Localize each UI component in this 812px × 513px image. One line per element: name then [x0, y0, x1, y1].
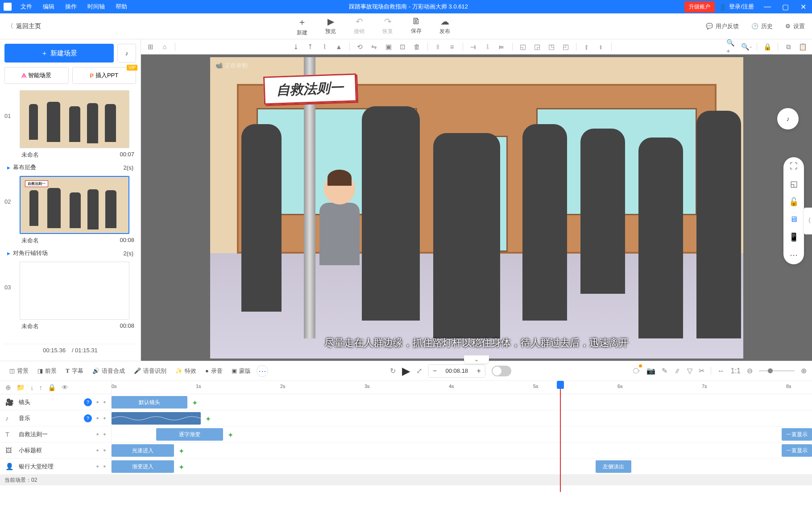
track-lane[interactable]: 逐字渐变✦一直显示: [112, 426, 812, 442]
align-up-icon[interactable]: ▲: [333, 41, 345, 53]
toolbar-预览[interactable]: ▶预览: [325, 16, 336, 37]
autoplay-toggle[interactable]: [492, 366, 511, 376]
menu-help[interactable]: 帮助: [110, 3, 133, 11]
group-icon[interactable]: ⊡: [397, 41, 409, 53]
align-bottom-icon[interactable]: ⤓: [290, 41, 302, 53]
fullscreen-icon[interactable]: ⛶: [790, 162, 798, 171]
forward-icon[interactable]: ◳: [546, 41, 557, 53]
more-icon[interactable]: ⋯: [790, 250, 798, 260]
maximize-button[interactable]: ▢: [776, 3, 794, 11]
expand-right-handle[interactable]: 〈: [804, 208, 812, 234]
flip-icon[interactable]: ⇋: [369, 41, 380, 53]
new-scene-button[interactable]: ＋ 新建场景: [4, 44, 114, 63]
track-dot[interactable]: •: [96, 446, 99, 455]
align-right-icon[interactable]: ⫢: [496, 41, 508, 53]
toolbar-保存[interactable]: 🗎保存: [411, 16, 422, 37]
login-button[interactable]: 👤 登录/注册: [715, 3, 758, 11]
track-dot[interactable]: •: [96, 430, 99, 438]
filter-icon[interactable]: ▽: [687, 367, 692, 375]
send-back-icon[interactable]: ◲: [531, 41, 543, 53]
toolbar-新建[interactable]: ＋新建: [297, 16, 307, 37]
timeline-more-button[interactable]: ⋯: [257, 365, 268, 377]
right-link-用户反馈[interactable]: 💬用户反馈: [706, 22, 739, 30]
marker-icon[interactable]: ⧂: [633, 367, 640, 375]
spacing2-icon[interactable]: ⫾: [595, 41, 607, 53]
canvas-stage[interactable]: 自救法则一 尽量走在人群边缘，抓住路灯杆以稳住身体，待人群过去后，迅速离开 📹 …: [210, 57, 743, 359]
folder-icon[interactable]: 📁: [17, 384, 25, 392]
add-keyframe-button[interactable]: ✦: [228, 431, 233, 439]
add-keyframe-button[interactable]: ✦: [178, 463, 184, 471]
collapse-timeline-handle[interactable]: ⌄: [464, 355, 489, 363]
play-button[interactable]: ▶: [402, 365, 410, 377]
down-icon[interactable]: ↓: [30, 384, 34, 391]
back-home-button[interactable]: 〈 返回主页: [7, 22, 41, 30]
fit-width-icon[interactable]: ↔: [717, 367, 725, 375]
expand-icon[interactable]: ⤢: [416, 367, 422, 375]
align-left-icon[interactable]: ⫣: [468, 41, 479, 53]
paste-icon[interactable]: 📋: [797, 41, 808, 53]
track-dot[interactable]: •: [103, 398, 106, 406]
zoom-out-tl-icon[interactable]: ⊖: [747, 367, 753, 375]
track-label[interactable]: 🎥 镜头 ? • •: [0, 394, 112, 410]
track-dot[interactable]: •: [96, 414, 99, 422]
track-label[interactable]: T 自救法则一 • •: [0, 426, 112, 442]
canvas-viewport[interactable]: 自救法则一 尽量走在人群边缘，抓住路灯杆以稳住身体，待人群过去后，迅速离开 📹 …: [141, 54, 812, 361]
track-lane[interactable]: 光速进入✦一直显示: [112, 442, 812, 458]
clip-end-indicator[interactable]: 一直显示: [782, 428, 812, 441]
edit-icon[interactable]: ✎: [662, 367, 667, 375]
dist-h-icon[interactable]: ⫴: [432, 41, 444, 53]
track-dot[interactable]: •: [103, 463, 106, 471]
time-plus-button[interactable]: +: [472, 365, 485, 377]
loop-icon[interactable]: ↻: [390, 367, 396, 375]
title-sign[interactable]: 自救法则一: [263, 73, 356, 104]
clip-end-indicator[interactable]: 一直显示: [782, 444, 812, 457]
track-lane[interactable]: 渐变进入✦左侧淡出: [112, 459, 812, 474]
track-lane[interactable]: 默认镜头✦: [112, 394, 812, 410]
crop-icon[interactable]: ▣: [383, 41, 394, 53]
timeline-clip-exit[interactable]: 左侧淡出: [596, 460, 631, 473]
tl-tab-语音合成[interactable]: 🔊语音合成: [88, 367, 129, 375]
transition-row[interactable]: ▸对角行铺转场 2(s): [4, 247, 136, 259]
track-dot[interactable]: •: [103, 446, 106, 455]
backward-icon[interactable]: ◰: [560, 41, 572, 53]
help-icon[interactable]: ?: [84, 414, 92, 422]
tl-tab-前景[interactable]: ◨前景: [33, 367, 61, 375]
toolbar-发布[interactable]: ☁发布: [439, 16, 450, 37]
snapshot-icon[interactable]: 📷: [646, 367, 655, 375]
scene-thumbnail[interactable]: 自救法则一: [20, 176, 129, 234]
transition-row[interactable]: ▸幕布层叠 2(s): [4, 162, 136, 173]
scene-thumbnail[interactable]: [20, 90, 129, 148]
upgrade-button[interactable]: 升级账户: [684, 1, 715, 13]
menu-edit[interactable]: 编辑: [37, 3, 60, 11]
visibility-icon[interactable]: 👁: [62, 384, 68, 391]
layout-icon[interactable]: ⊞: [145, 41, 156, 53]
tl-tab-特效[interactable]: ✨特效: [171, 367, 200, 375]
add-keyframe-button[interactable]: ✦: [192, 399, 198, 407]
ai-scene-button[interactable]: Ѧ 智能场景: [4, 67, 69, 84]
subtitle-text[interactable]: 尽量走在人群边缘，抓住路灯杆以稳住身体，待人群过去后，迅速离开: [324, 336, 629, 350]
zoom-slider[interactable]: [759, 370, 795, 371]
track-lane[interactable]: ✦: [112, 410, 812, 426]
close-button[interactable]: ✕: [794, 3, 812, 11]
unlock-icon[interactable]: 🔓: [789, 197, 799, 207]
tl-tab-字幕[interactable]: 𝐓字幕: [62, 367, 87, 375]
right-link-设置[interactable]: ⚙设置: [785, 22, 805, 30]
right-link-历史[interactable]: 🕑历史: [751, 22, 773, 30]
help-icon[interactable]: ?: [84, 398, 92, 406]
rotate-icon[interactable]: ⟲: [354, 41, 366, 53]
zoom-in-tl-icon[interactable]: ⊕: [801, 367, 807, 375]
zoom-out-icon[interactable]: 🔍-: [741, 41, 752, 53]
menu-action[interactable]: 操作: [60, 3, 82, 11]
delete-icon[interactable]: 🗑: [411, 41, 423, 53]
tl-tab-蒙版[interactable]: ▣蒙版: [228, 367, 255, 375]
dist-v-icon[interactable]: ≡: [447, 41, 458, 53]
copy-icon[interactable]: ⧉: [783, 41, 794, 53]
tl-tab-背景[interactable]: ◫背景: [5, 367, 33, 375]
zoom-in-icon[interactable]: 🔍+: [726, 41, 738, 53]
float-music-button[interactable]: ♪: [777, 108, 799, 129]
track-dot[interactable]: •: [96, 398, 99, 406]
insert-ppt-button[interactable]: P 插入PPT VIP: [72, 67, 137, 84]
track-label[interactable]: 🖼 小标题框 • •: [0, 442, 112, 458]
actual-size-icon[interactable]: 1:1: [731, 367, 741, 375]
timeline-clip[interactable]: [112, 412, 201, 425]
